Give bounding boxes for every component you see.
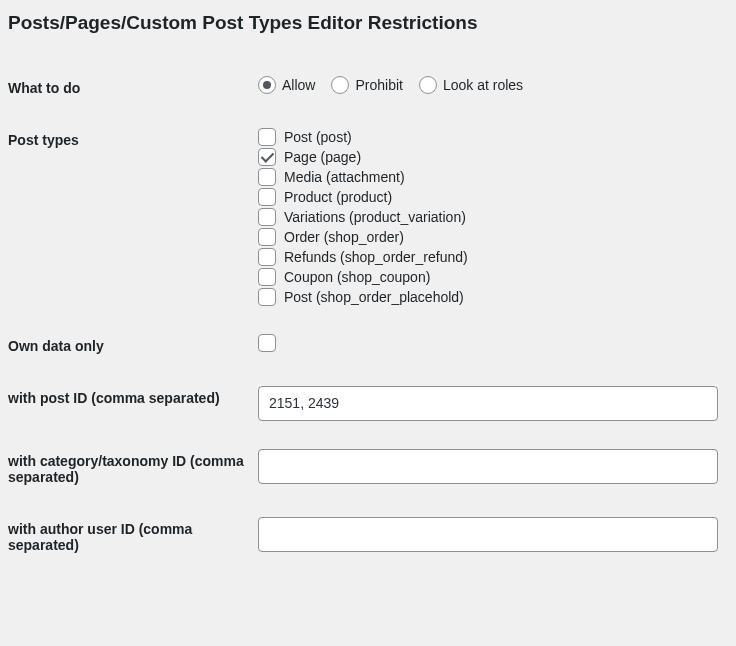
post-type-checkbox[interactable] [258, 268, 276, 286]
radio-prohibit-label: Prohibit [355, 77, 402, 93]
what-to-do-radio-group: Allow Prohibit Look at roles [258, 76, 718, 94]
post-id-label: with post ID (comma separated) [8, 372, 258, 435]
post-type-checkbox[interactable] [258, 168, 276, 186]
post-types-checkbox-list: Post (post)Page (page)Media (attachment)… [258, 128, 718, 306]
post-type-item[interactable]: Coupon (shop_coupon) [258, 268, 718, 286]
radio-look-at-roles[interactable]: Look at roles [419, 76, 523, 94]
category-id-input[interactable] [258, 449, 718, 484]
radio-allow[interactable]: Allow [258, 76, 315, 94]
post-types-label: Post types [8, 114, 258, 320]
post-type-item[interactable]: Media (attachment) [258, 168, 718, 186]
own-data-only-checkbox[interactable] [258, 334, 276, 352]
post-type-item[interactable]: Post (post) [258, 128, 718, 146]
post-id-input[interactable] [258, 386, 718, 421]
author-id-label: with author user ID (comma separated) [8, 503, 258, 571]
post-type-label: Page (page) [284, 149, 361, 165]
what-to-do-label: What to do [8, 62, 258, 114]
post-type-label: Coupon (shop_coupon) [284, 269, 430, 285]
post-type-checkbox[interactable] [258, 128, 276, 146]
post-type-label: Product (product) [284, 189, 392, 205]
own-data-only-label: Own data only [8, 320, 258, 372]
post-type-item[interactable]: Page (page) [258, 148, 718, 166]
post-type-item[interactable]: Variations (product_variation) [258, 208, 718, 226]
post-type-checkbox[interactable] [258, 148, 276, 166]
post-type-label: Media (attachment) [284, 169, 405, 185]
post-type-label: Post (post) [284, 129, 352, 145]
author-id-input[interactable] [258, 517, 718, 552]
post-type-label: Variations (product_variation) [284, 209, 466, 225]
post-type-label: Post (shop_order_placehold) [284, 289, 464, 305]
post-type-label: Order (shop_order) [284, 229, 404, 245]
radio-prohibit-input[interactable] [331, 76, 349, 94]
post-type-checkbox[interactable] [258, 248, 276, 266]
post-type-checkbox[interactable] [258, 208, 276, 226]
post-type-item[interactable]: Product (product) [258, 188, 718, 206]
radio-allow-label: Allow [282, 77, 315, 93]
post-type-checkbox[interactable] [258, 228, 276, 246]
category-id-label: with category/taxonomy ID (comma separat… [8, 435, 258, 503]
post-type-item[interactable]: Order (shop_order) [258, 228, 718, 246]
post-type-label: Refunds (shop_order_refund) [284, 249, 468, 265]
post-type-item[interactable]: Post (shop_order_placehold) [258, 288, 718, 306]
radio-allow-input[interactable] [258, 76, 276, 94]
settings-form-table: What to do Allow Prohibit Look at roles [8, 62, 728, 571]
radio-prohibit[interactable]: Prohibit [331, 76, 402, 94]
section-title: Posts/Pages/Custom Post Types Editor Res… [8, 8, 728, 38]
radio-look-at-roles-label: Look at roles [443, 77, 523, 93]
post-type-item[interactable]: Refunds (shop_order_refund) [258, 248, 718, 266]
post-type-checkbox[interactable] [258, 288, 276, 306]
post-type-checkbox[interactable] [258, 188, 276, 206]
radio-look-at-roles-input[interactable] [419, 76, 437, 94]
